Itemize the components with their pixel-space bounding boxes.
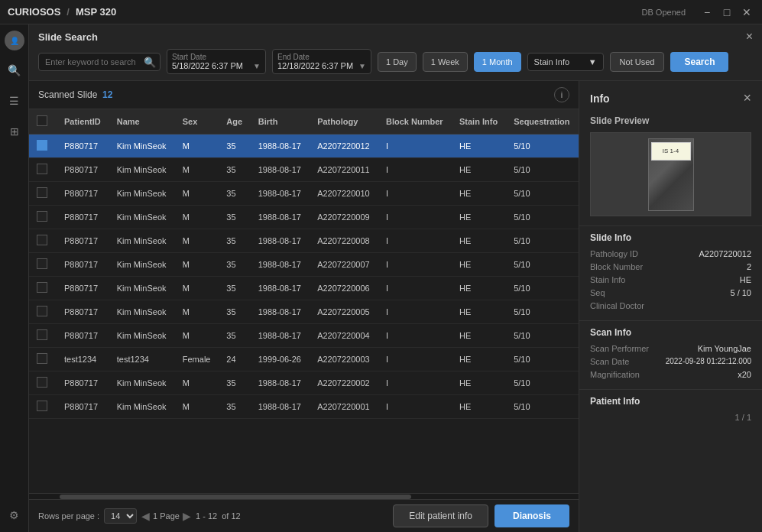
cell-stain: HE bbox=[452, 135, 506, 158]
info-circle-button[interactable]: i bbox=[554, 87, 569, 102]
row-checkbox-cell[interactable] bbox=[29, 300, 57, 324]
info-panel-close-button[interactable]: × bbox=[743, 90, 751, 106]
table-wrapper[interactable]: PatientID Name Sex Age Birth Pathology B… bbox=[29, 109, 579, 493]
cell-birth: 1988-08-17 bbox=[251, 371, 310, 395]
cell-sex: M bbox=[175, 300, 219, 324]
prev-page-button[interactable]: ◀ bbox=[141, 510, 150, 522]
not-used-button[interactable]: Not Used bbox=[610, 52, 665, 72]
row-checkbox[interactable] bbox=[37, 306, 47, 316]
row-checkbox-cell[interactable] bbox=[29, 158, 57, 182]
horizontal-scrollbar-thumb[interactable] bbox=[60, 495, 411, 499]
cell-age: 35 bbox=[219, 253, 250, 277]
row-checkbox[interactable] bbox=[37, 187, 47, 198]
search-input[interactable] bbox=[38, 53, 161, 71]
panel-close-button[interactable]: × bbox=[746, 31, 753, 43]
settings-icon[interactable]: ⚙ bbox=[4, 504, 25, 526]
row-checkbox[interactable] bbox=[37, 258, 47, 269]
row-checkbox-cell[interactable] bbox=[29, 371, 57, 395]
table-row[interactable]: P880717 Kim MinSeok M 35 1988-08-17 A220… bbox=[29, 229, 579, 253]
table-row[interactable]: P880717 Kim MinSeok M 35 1988-08-17 A220… bbox=[29, 277, 579, 300]
cell-stain: HE bbox=[452, 300, 506, 324]
cell-sex: M bbox=[175, 324, 219, 348]
cell-seq: 5/10 bbox=[506, 300, 579, 324]
row-checkbox-cell[interactable] bbox=[29, 348, 57, 371]
table-container: Scanned Slide 12 i PatientID bbox=[29, 81, 579, 532]
cell-birth: 1988-08-17 bbox=[251, 253, 310, 277]
table-row[interactable]: P880717 Kim MinSeok M 35 1988-08-17 A220… bbox=[29, 395, 579, 419]
end-date-field[interactable]: End Date 12/18/2022 6:37 PM ▼ bbox=[272, 49, 371, 74]
row-checkbox[interactable] bbox=[37, 235, 47, 245]
footer-buttons: Edit patient info Dianosis bbox=[393, 504, 569, 527]
cell-name: Kim MinSeok bbox=[109, 158, 175, 182]
list-icon[interactable]: ☰ bbox=[4, 90, 25, 112]
stain-info-row: Stain Info HE bbox=[590, 275, 751, 284]
slide-info-section: Slide Info Pathology ID A2207220012 Bloc… bbox=[579, 225, 762, 320]
cell-stain: HE bbox=[452, 371, 506, 395]
period-1day-button[interactable]: 1 Day bbox=[378, 52, 417, 72]
edit-patient-info-button[interactable]: Edit patient info bbox=[393, 504, 488, 527]
cell-age: 35 bbox=[219, 277, 250, 300]
table-row[interactable]: P880717 Kim MinSeok M 35 1988-08-17 A220… bbox=[29, 371, 579, 395]
row-checkbox[interactable] bbox=[37, 140, 47, 151]
row-checkbox[interactable] bbox=[37, 377, 47, 388]
row-checkbox-cell[interactable] bbox=[29, 206, 57, 229]
cell-stain: HE bbox=[452, 324, 506, 348]
row-checkbox[interactable] bbox=[37, 401, 47, 411]
row-checkbox[interactable] bbox=[37, 282, 47, 293]
col-name: Name bbox=[109, 109, 175, 135]
period-1month-button[interactable]: 1 Month bbox=[474, 52, 521, 72]
cell-block: I bbox=[378, 182, 452, 206]
select-all-header[interactable] bbox=[29, 109, 57, 135]
grid-icon[interactable]: ⊞ bbox=[4, 121, 25, 142]
cell-sex: M bbox=[175, 395, 219, 419]
horizontal-scrollbar[interactable] bbox=[29, 493, 579, 499]
select-all-checkbox[interactable] bbox=[37, 115, 47, 126]
cell-birth: 1988-08-17 bbox=[251, 277, 310, 300]
row-checkbox[interactable] bbox=[37, 353, 47, 364]
diagnosis-button[interactable]: Dianosis bbox=[494, 504, 569, 527]
next-page-button[interactable]: ▶ bbox=[183, 510, 191, 522]
row-checkbox-cell[interactable] bbox=[29, 277, 57, 300]
start-date-field[interactable]: Start Date 5/18/2022 6:37 PM ▼ bbox=[167, 49, 266, 74]
table-row[interactable]: P880717 Kim MinSeok M 35 1988-08-17 A220… bbox=[29, 182, 579, 206]
pathology-id-label: Pathology ID bbox=[590, 249, 663, 258]
cell-name: Kim MinSeok bbox=[109, 253, 175, 277]
row-checkbox-cell[interactable] bbox=[29, 395, 57, 419]
row-checkbox-cell[interactable] bbox=[29, 253, 57, 277]
row-checkbox[interactable] bbox=[37, 329, 47, 340]
col-sequestration: Sequestration bbox=[506, 109, 579, 135]
slide-preview-image: IS 1-4 bbox=[590, 132, 751, 216]
stain-info-select[interactable]: Stain Info ▼ bbox=[527, 53, 604, 71]
row-checkbox[interactable] bbox=[37, 164, 47, 174]
info-panel-header: Info × bbox=[579, 81, 762, 112]
panel-header: Slide Search × bbox=[38, 31, 753, 43]
row-checkbox[interactable] bbox=[37, 211, 47, 222]
table-row[interactable]: P880717 Kim MinSeok M 35 1988-08-17 A220… bbox=[29, 324, 579, 348]
search-button[interactable]: Search bbox=[670, 52, 728, 72]
minimize-button[interactable]: − bbox=[699, 5, 715, 20]
row-checkbox-cell[interactable] bbox=[29, 182, 57, 206]
close-button[interactable]: ✕ bbox=[739, 5, 754, 20]
search-icon[interactable]: 🔍 bbox=[4, 60, 25, 81]
row-checkbox-cell[interactable] bbox=[29, 324, 57, 348]
scanned-count: 12 bbox=[102, 89, 112, 100]
table-row[interactable]: P880717 Kim MinSeok M 35 1988-08-17 A220… bbox=[29, 253, 579, 277]
rows-per-page-select[interactable]: 14 25 50 bbox=[104, 508, 137, 524]
cell-pathology: A2207220009 bbox=[310, 206, 378, 229]
table-row[interactable]: P880717 Kim MinSeok M 35 1988-08-17 A220… bbox=[29, 206, 579, 229]
table-row[interactable]: P880717 Kim MinSeok M 35 1988-08-17 A220… bbox=[29, 300, 579, 324]
cell-name: Kim MinSeok bbox=[109, 206, 175, 229]
restore-button[interactable]: □ bbox=[719, 5, 734, 20]
period-1week-button[interactable]: 1 Week bbox=[423, 52, 468, 72]
table-row[interactable]: P880717 Kim MinSeok M 35 1988-08-17 A220… bbox=[29, 158, 579, 182]
seq-row: Seq 5 / 10 bbox=[590, 288, 751, 297]
row-checkbox-cell[interactable] bbox=[29, 135, 57, 158]
title-bar: CURIOSOS / MSP 320 DB Opened − □ ✕ bbox=[0, 0, 762, 24]
info-panel: Info × Slide Preview IS 1-4 Slide Info P… bbox=[579, 81, 762, 532]
row-checkbox-cell[interactable] bbox=[29, 229, 57, 253]
user-avatar[interactable]: 👤 bbox=[5, 31, 24, 50]
table-row[interactable]: test1234 test1234 Female 24 1999-06-26 A… bbox=[29, 348, 579, 371]
cell-name: Kim MinSeok bbox=[109, 324, 175, 348]
table-row[interactable]: P880717 Kim MinSeok M 35 1988-08-17 A220… bbox=[29, 135, 579, 158]
stain-info-label: Stain Info bbox=[534, 57, 569, 66]
